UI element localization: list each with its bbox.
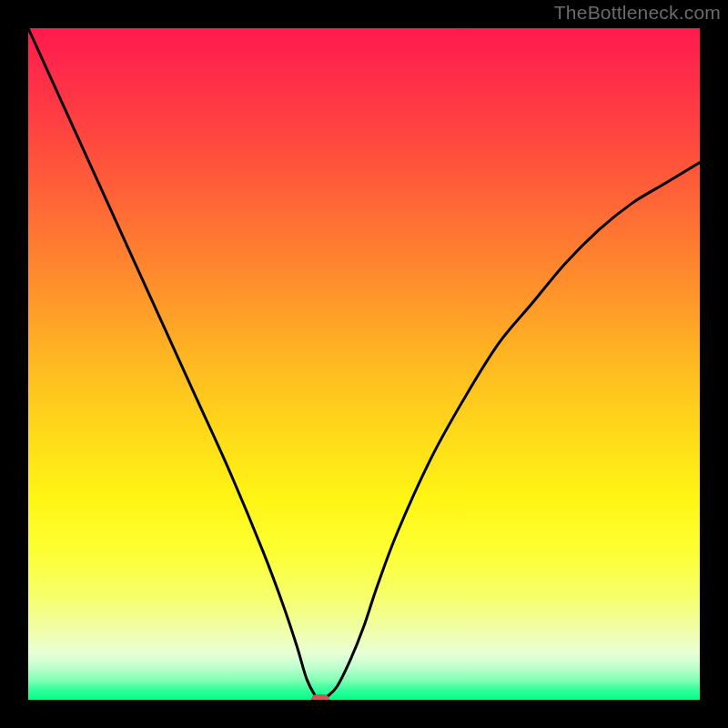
- optimal-point-marker: [311, 694, 329, 700]
- watermark-text: TheBottleneck.com: [554, 2, 721, 24]
- plot-area: [28, 28, 700, 700]
- chart-frame: TheBottleneck.com: [0, 0, 728, 728]
- bottleneck-curve: [28, 28, 700, 700]
